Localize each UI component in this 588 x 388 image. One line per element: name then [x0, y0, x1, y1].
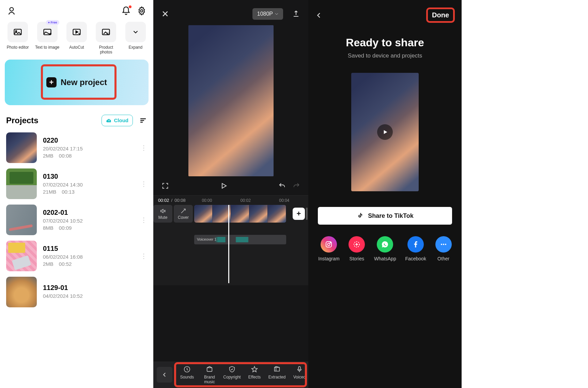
redo-icon[interactable]: [293, 182, 300, 190]
share-title: Ready to share: [308, 36, 462, 49]
track-handle[interactable]: [306, 208, 308, 220]
undo-icon[interactable]: [278, 182, 286, 190]
settings-icon[interactable]: [137, 6, 146, 16]
svg-point-13: [330, 242, 331, 243]
project-thumbnail: [6, 277, 37, 307]
video-clip[interactable]: [194, 205, 286, 223]
project-item[interactable]: 0202-01 07/02/2024 10:52 8MB00:09 ⋯: [0, 202, 153, 238]
voiceover-track[interactable]: Voiceover 1: [153, 233, 308, 244]
tools-row: Photo editor ● Free Text to image AutoCu…: [0, 19, 153, 55]
share-whatsapp[interactable]: WhatsApp: [374, 236, 396, 261]
project-thumbnail: [6, 205, 37, 235]
tool-autocut[interactable]: AutoCut: [64, 22, 90, 55]
toolbar-back-icon[interactable]: [157, 367, 172, 383]
cloud-button[interactable]: Cloud: [102, 115, 133, 126]
projects-list: 0220 20/02/2024 17:15 2MB00:08 ⋯ 0130 07…: [0, 130, 153, 310]
projects-title: Projects: [6, 116, 38, 125]
close-icon[interactable]: ✕: [161, 9, 169, 19]
more-icon[interactable]: ⋯: [140, 144, 148, 151]
done-button[interactable]: Done: [430, 10, 451, 20]
notification-dot: [129, 5, 131, 8]
svg-point-16: [443, 244, 444, 245]
svg-text:AI: AI: [107, 32, 110, 35]
back-icon[interactable]: [315, 12, 323, 19]
svg-point-15: [441, 244, 442, 245]
share-tiktok-button[interactable]: Share to TikTok: [318, 207, 452, 225]
whatsapp-icon: [377, 236, 393, 253]
svg-point-12: [328, 243, 330, 246]
project-item[interactable]: 0220 20/02/2024 17:15 2MB00:08 ⋯: [0, 130, 153, 166]
waveform: [215, 237, 284, 242]
play-icon[interactable]: [377, 124, 393, 140]
project-thumbnail: [6, 241, 37, 271]
facebook-icon: [407, 236, 424, 253]
new-project-button[interactable]: + New project: [5, 60, 149, 105]
export-preview[interactable]: [351, 73, 419, 191]
project-thumbnail: [6, 132, 37, 163]
share-subtitle: Saved to device and projects: [308, 52, 462, 59]
share-instagram[interactable]: Instagram: [318, 236, 339, 261]
time-current: 00:02: [158, 198, 169, 203]
playhead[interactable]: [228, 205, 229, 283]
tool-expand[interactable]: Expand: [123, 22, 149, 55]
play-icon[interactable]: [220, 182, 228, 190]
project-item[interactable]: 1129-01 04/02/2024 10:52: [0, 274, 153, 310]
more-icon[interactable]: ⋯: [140, 180, 148, 187]
more-icon[interactable]: ⋯: [140, 253, 148, 259]
share-other[interactable]: Other: [435, 236, 452, 261]
time-ruler[interactable]: 00:02 / 00:08 00:00 00:02 00:04: [153, 195, 308, 205]
time-total: 00:08: [174, 198, 186, 203]
share-stories[interactable]: Stories: [349, 236, 365, 261]
mute-button[interactable]: Mute: [153, 205, 172, 223]
notifications-icon[interactable]: [121, 6, 131, 16]
export-icon[interactable]: [292, 10, 300, 18]
project-item[interactable]: 0115 06/02/2024 16:08 2MB00:52 ⋯: [0, 238, 153, 274]
tiktok-icon: [356, 212, 364, 220]
highlight-done: Done: [426, 7, 455, 23]
playback-row: [153, 176, 308, 195]
instagram-icon: [321, 236, 337, 253]
highlight-audio-toolbar: [174, 362, 307, 387]
projects-header: Projects Cloud: [0, 105, 153, 130]
svg-point-17: [445, 244, 446, 245]
projects-panel: Photo editor ● Free Text to image AutoCu…: [0, 0, 153, 388]
video-track[interactable]: Mute Cover +: [153, 205, 308, 233]
preview-area: [153, 23, 308, 176]
stories-icon: [349, 236, 365, 253]
tool-product-photos[interactable]: AI Product photos: [93, 22, 119, 55]
svg-point-0: [10, 7, 14, 11]
add-clip-button[interactable]: +: [293, 208, 305, 220]
profile-icon[interactable]: [7, 6, 16, 16]
resolution-button[interactable]: 1080P: [252, 8, 283, 20]
chevron-down-icon: [275, 12, 278, 16]
tool-text-to-image[interactable]: ● Free Text to image: [34, 22, 60, 55]
highlight-new-project: [41, 64, 117, 100]
editor-header: ✕ 1080P: [153, 0, 308, 23]
share-panel: Done Ready to share Saved to device and …: [308, 0, 462, 388]
video-preview[interactable]: [188, 25, 274, 176]
tool-photo-editor[interactable]: Photo editor: [5, 22, 31, 55]
left-header: [0, 0, 153, 19]
more-icon[interactable]: ⋯: [140, 216, 148, 223]
share-targets-row: Instagram Stories WhatsApp Facebook Othe…: [308, 225, 462, 261]
share-header: Done: [308, 0, 462, 26]
svg-point-1: [141, 10, 143, 12]
other-icon: [435, 236, 452, 253]
sort-icon[interactable]: [139, 116, 147, 125]
voiceover-clip[interactable]: Voiceover 1: [194, 235, 286, 244]
share-facebook[interactable]: Facebook: [405, 236, 426, 261]
project-item[interactable]: 0130 07/02/2024 14:30 21MB00:13 ⋯: [0, 166, 153, 202]
cover-button[interactable]: Cover: [174, 205, 193, 223]
free-badge: ● Free: [46, 20, 59, 25]
fullscreen-icon[interactable]: [161, 182, 169, 190]
editor-panel: ✕ 1080P 00:02 / 00:08 00:00 00:02 00:04: [153, 0, 308, 388]
project-thumbnail: [6, 168, 37, 199]
